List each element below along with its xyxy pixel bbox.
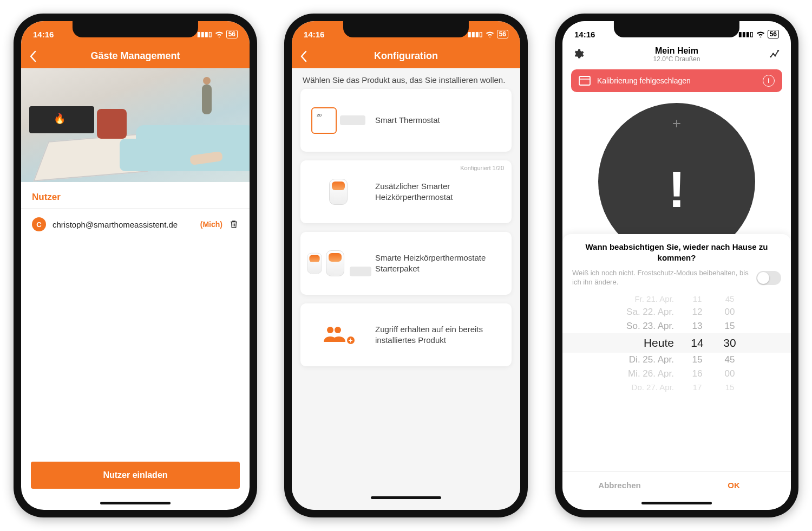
header-title: Konfiguration — [374, 50, 438, 62]
picker-minute: 30 — [721, 336, 739, 349]
wifi-icon — [215, 31, 224, 37]
product-label: Smarte Heizkörperthermostate Starterpake… — [375, 252, 501, 275]
valve-icon — [311, 176, 365, 208]
sheet-question: Wann beabsichtigen Sie, wieder nach Haus… — [562, 234, 791, 269]
product-card-access[interactable]: + Zugriff erhalten auf ein bereits insta… — [300, 303, 512, 366]
product-card-thermostat[interactable]: Smart Thermostat — [300, 89, 512, 152]
battery-icon: 56 — [226, 30, 238, 38]
svg-point-2 — [770, 56, 771, 57]
datetime-picker[interactable]: Fr. 21. Apr.1145 Sa. 22. Apr.1200 So. 23… — [562, 293, 791, 471]
cancel-button[interactable]: Abbrechen — [562, 472, 677, 498]
frost-mode-label: Weiß ich noch nicht. Frostschutz-Modus b… — [572, 269, 751, 287]
product-card-starter[interactable]: Smarte Heizkörperthermostate Starterpake… — [300, 232, 512, 295]
back-button[interactable] — [300, 50, 307, 62]
dial-plus-icon[interactable]: + — [672, 115, 681, 132]
instruction-text: Wählen Sie das Produkt aus, das Sie inst… — [292, 68, 520, 89]
home-name: Mein Heim — [653, 46, 700, 56]
back-button[interactable] — [29, 50, 37, 62]
svg-point-5 — [777, 50, 779, 51]
users-section-title: Nutzer — [21, 182, 250, 209]
svg-rect-6 — [579, 76, 590, 85]
people-icon: + — [311, 319, 365, 351]
home-indicator[interactable] — [641, 502, 712, 504]
header-title: Gäste Management — [90, 50, 180, 62]
svg-point-3 — [772, 53, 774, 55]
graph-icon[interactable] — [769, 48, 781, 60]
invite-user-button[interactable]: Nutzer einladen — [31, 462, 240, 489]
thermostat-dial[interactable]: + ! — [562, 98, 791, 244]
screen-header: Gäste Management — [21, 44, 250, 68]
status-icons: ▮▮▮▯ 56 — [738, 27, 779, 38]
error-text: Kalibrierung fehlgeschlagen — [597, 76, 691, 85]
info-icon[interactable]: i — [763, 75, 775, 87]
battery-icon: 56 — [768, 30, 779, 38]
screen-header: Konfiguration — [292, 44, 520, 68]
status-time: 14:16 — [33, 27, 54, 39]
ok-button[interactable]: OK — [677, 472, 791, 498]
hero-image — [21, 68, 250, 182]
error-banner[interactable]: Kalibrierung fehlgeschlagen i — [571, 69, 782, 92]
signal-icon: ▮▮▮▯ — [468, 30, 483, 38]
home-indicator[interactable] — [100, 502, 171, 504]
svg-point-1 — [335, 327, 341, 333]
thermostat-icon — [311, 104, 365, 137]
product-label: Zugriff erhalten auf ein bereits install… — [375, 324, 501, 346]
battery-icon: 56 — [497, 30, 508, 38]
product-card-valve[interactable]: Konfiguriert 1/20 Zusätzlicher Smarter H… — [300, 160, 512, 223]
outside-temp: 12.0°C Draußen — [653, 56, 700, 63]
home-indicator[interactable] — [371, 496, 441, 499]
picker-selected-row: Heute 14 30 — [562, 333, 791, 353]
wifi-icon — [486, 31, 494, 37]
picker-day: Heute — [614, 336, 674, 349]
home-header: Mein Heim 12.0°C Draußen — [562, 44, 791, 64]
picker-hour: 14 — [688, 336, 706, 349]
user-row[interactable]: C christoph@smarthomeassistent.de (Mich) — [21, 209, 250, 240]
user-avatar: C — [32, 217, 46, 231]
frost-mode-toggle[interactable] — [756, 271, 781, 285]
svg-point-0 — [327, 327, 333, 333]
status-time: 14:16 — [304, 27, 324, 39]
product-label: Smart Thermostat — [375, 115, 501, 126]
product-label: Zusätzlicher Smarter Heizkörperthermosta… — [375, 181, 501, 203]
status-icons: ▮▮▮▯ 56 — [468, 27, 508, 38]
signal-icon: ▮▮▮▯ — [197, 30, 212, 38]
settings-icon[interactable] — [572, 48, 584, 60]
svg-point-4 — [774, 55, 776, 56]
status-icons: ▮▮▮▯ 56 — [197, 27, 238, 38]
starter-pack-icon — [311, 247, 365, 280]
dial-alert-icon: ! — [668, 160, 685, 219]
return-time-sheet: Wann beabsichtigen Sie, wieder nach Haus… — [562, 234, 791, 510]
user-me-tag: (Mich) — [200, 220, 222, 229]
window-icon — [579, 76, 591, 86]
signal-icon: ▮▮▮▯ — [738, 30, 754, 38]
wifi-icon — [756, 31, 765, 37]
user-email: christoph@smarthomeassistent.de — [53, 220, 194, 229]
delete-user-icon[interactable] — [229, 219, 239, 229]
status-time: 14:16 — [574, 27, 595, 39]
configured-badge: Konfiguriert 1/20 — [460, 165, 504, 171]
